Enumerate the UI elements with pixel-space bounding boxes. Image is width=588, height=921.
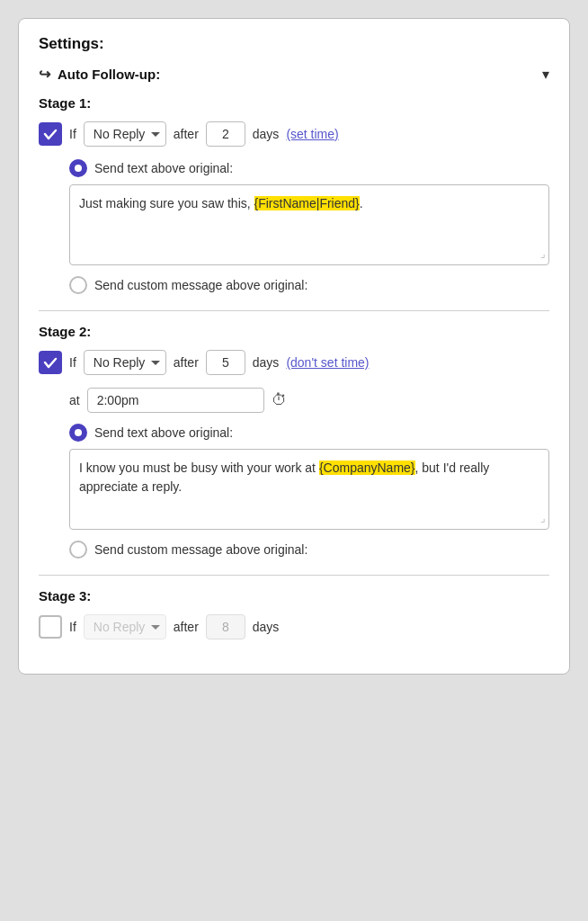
resize-handle-2: ⌟ (540, 510, 546, 526)
reply-arrow-icon: ↪ (39, 66, 50, 83)
stage-2-radio-send-text-row[interactable]: Send text above original: (69, 424, 549, 442)
stage-2-3-divider (39, 575, 549, 576)
stage-1-radio-send-text[interactable] (69, 159, 87, 177)
stage-2-label: Stage 2: (39, 324, 549, 339)
auto-followup-label: Auto Follow-up: (58, 67, 160, 82)
resize-handle-1: ⌟ (540, 246, 546, 262)
stage-2-message-textarea[interactable]: I know you must be busy with your work a… (69, 449, 549, 530)
stage-2-checkbox[interactable] (39, 351, 62, 374)
stage-2-radio-send-text-label: Send text above original: (94, 425, 233, 440)
stage-1-message-highlight: {FirstName|Friend} (254, 196, 360, 210)
settings-panel: Settings: ↪ Auto Follow-up: ▾ Stage 1: I… (18, 18, 570, 675)
stage-1-radio-send-text-label: Send text above original: (94, 161, 233, 175)
stage-1-days-label: days (253, 127, 280, 141)
stage-2-at-label: at (69, 393, 80, 407)
stage-3-checkbox[interactable] (39, 615, 62, 639)
stage-1-checkbox[interactable] (39, 122, 62, 146)
stage-2-days-input[interactable] (206, 350, 245, 375)
stage-2-section: Stage 2: If No Reply Replied Opened afte… (39, 324, 549, 559)
stage-1-message-text-after: . (360, 196, 363, 210)
stage-2-message-text-before: I know you must be busy with your work a… (79, 460, 319, 475)
stage-1-label: Stage 1: (39, 95, 549, 111)
clock-icon: ⏱ (272, 391, 287, 409)
stage-1-radio-custom-label: Send custom message above original: (94, 278, 307, 292)
stage-1-section: Stage 1: If No Reply Replied Opened afte… (39, 95, 549, 294)
stage-2-reply-select[interactable]: No Reply Replied Opened (84, 350, 166, 375)
stage-1-radio-custom[interactable] (69, 276, 87, 294)
stage-2-radio-custom-row[interactable]: Send custom message above original: (69, 541, 549, 559)
settings-title: Settings: (39, 35, 549, 53)
stage-2-if-label: If (69, 355, 76, 370)
stage-3-days-label: days (253, 620, 280, 634)
stage-2-radio-send-text[interactable] (69, 424, 87, 442)
stage-1-radio-send-text-row[interactable]: Send text above original: (69, 159, 549, 177)
stage-1-if-label: If (69, 127, 76, 141)
stage-1-message-text-before: Just making sure you saw this, (79, 196, 254, 210)
stage-3-condition-row: If No Reply after days (39, 614, 549, 639)
stage-1-set-time-link[interactable]: (set time) (286, 127, 338, 141)
stage-2-radio-custom-label: Send custom message above original: (94, 542, 307, 557)
stage-3-label: Stage 3: (39, 588, 549, 604)
stage-2-set-time-link[interactable]: (don't set time) (286, 355, 369, 370)
stage-3-if-label: If (69, 620, 76, 634)
stage-3-after-label: after (174, 620, 199, 634)
stage-1-2-divider (39, 310, 549, 311)
stage-2-after-label: after (174, 355, 199, 370)
auto-followup-header-left: ↪ Auto Follow-up: (39, 66, 160, 83)
stage-2-radio-custom[interactable] (69, 541, 87, 559)
stage-2-time-row: at ⏱ (69, 388, 549, 413)
stage-1-reply-select[interactable]: No Reply Replied Opened (84, 121, 166, 147)
stage-3-section: Stage 3: If No Reply after days (39, 588, 549, 639)
stage-2-condition-row: If No Reply Replied Opened after days (d… (39, 350, 549, 375)
stage-1-days-input[interactable] (206, 121, 245, 147)
stage-2-time-input[interactable] (87, 388, 264, 413)
stage-1-message-textarea[interactable]: Just making sure you saw this, {FirstNam… (69, 184, 549, 265)
stage-1-radio-custom-row[interactable]: Send custom message above original: (69, 276, 549, 294)
stage-2-message-highlight: {CompanyName} (319, 460, 415, 475)
stage-3-days-input (206, 614, 245, 639)
stage-3-reply-select: No Reply (84, 614, 166, 639)
stage-1-condition-row: If No Reply Replied Opened after days (s… (39, 121, 549, 147)
chevron-down-icon: ▾ (542, 66, 549, 83)
stage-1-after-label: after (174, 127, 199, 141)
stage-2-days-label: days (253, 355, 280, 370)
auto-followup-header[interactable]: ↪ Auto Follow-up: ▾ (39, 66, 549, 83)
